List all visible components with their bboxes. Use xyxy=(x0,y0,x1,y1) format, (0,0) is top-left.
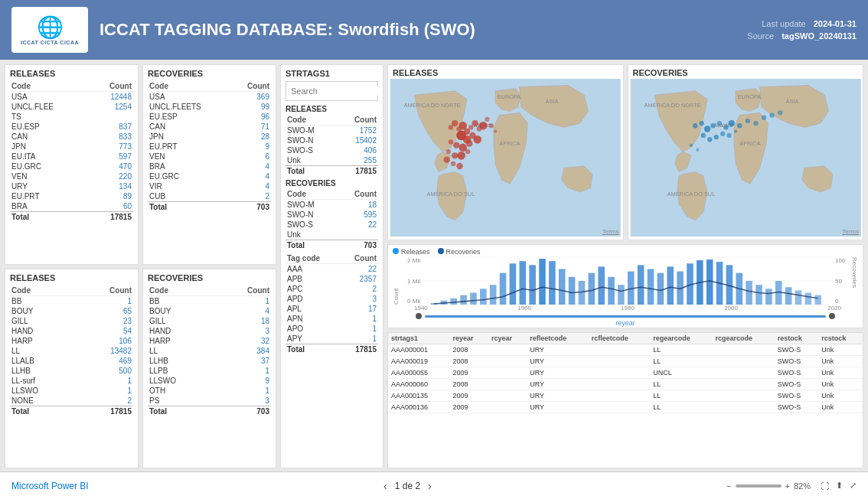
code-cell: SWO-N xyxy=(286,210,336,220)
code-cell: APC xyxy=(286,284,340,294)
code-cell: URY xyxy=(10,181,89,191)
zoom-minus-button[interactable]: − xyxy=(726,481,731,491)
svg-text:ÁSIA: ÁSIA xyxy=(546,98,559,105)
slider-container xyxy=(393,311,858,319)
code-cell: USA xyxy=(10,92,89,103)
count-cell: 469 xyxy=(77,356,133,366)
svg-point-44 xyxy=(710,123,715,128)
list-item: VEN220 xyxy=(10,171,133,181)
logo: 🌐 ICCAT CICTA CICAA xyxy=(11,7,88,53)
code-cell: APN xyxy=(286,314,340,324)
count-cell: 4 xyxy=(214,306,271,316)
svg-rect-72 xyxy=(500,273,507,305)
code-cell: LLALB xyxy=(10,356,77,366)
list-item: APY1 xyxy=(286,334,378,344)
count-cell: 32 xyxy=(214,336,271,346)
zoom-slider[interactable] xyxy=(736,484,782,488)
recoveries-map-terms[interactable]: Terms xyxy=(842,228,859,235)
zoom-level: 82% xyxy=(794,481,811,491)
svg-point-28 xyxy=(443,156,449,162)
list-item: CAN833 xyxy=(10,132,133,142)
releases-map-terms[interactable]: Terms xyxy=(602,228,619,235)
table-cell xyxy=(589,402,651,413)
count-cell: 22 xyxy=(340,264,378,275)
svg-point-57 xyxy=(720,132,724,136)
top-header: 🌐 ICCAT CICTA CICAA ICCAT TAGGING DATABA… xyxy=(0,0,868,60)
slider-right-handle[interactable] xyxy=(829,313,835,319)
table-cell xyxy=(589,344,651,356)
code-cell: NONE xyxy=(10,396,77,406)
code-cell: APD xyxy=(286,294,340,304)
list-item: USA369 xyxy=(148,92,271,103)
table-header-cell: strtags1 xyxy=(388,333,450,344)
code-cell: Unk xyxy=(286,230,336,240)
recoveries-panel-1: RECOVERIES Code Count USA369UNCL.FLEETS9… xyxy=(142,64,276,265)
svg-point-52 xyxy=(769,113,774,117)
powerbi-link[interactable]: Microsoft Power BI xyxy=(11,481,89,491)
code-cell: LL xyxy=(148,346,214,356)
list-item: BOUY65 xyxy=(10,306,133,316)
next-page-button[interactable]: › xyxy=(428,480,432,492)
list-item: VEN6 xyxy=(148,152,271,161)
prev-page-button[interactable]: ‹ xyxy=(383,480,387,492)
table-cell xyxy=(488,379,527,390)
count-cell: 1 xyxy=(340,324,378,334)
svg-point-26 xyxy=(457,152,465,160)
code-cell: SWO-M xyxy=(286,200,336,210)
svg-rect-84 xyxy=(618,285,625,305)
count-cell: 89 xyxy=(89,191,133,201)
table-cell xyxy=(488,356,527,367)
releases1-code-header: Code xyxy=(10,81,89,92)
list-item: APC2 xyxy=(286,284,378,294)
svg-point-33 xyxy=(494,130,497,133)
count-cell: 406 xyxy=(336,145,378,155)
count-cell: 54 xyxy=(77,326,133,336)
export-icon[interactable]: ⬆ xyxy=(836,481,843,491)
list-item: LLHB37 xyxy=(148,356,271,366)
list-item: Unk255 xyxy=(286,155,378,166)
strtags-releases-total-label: Total xyxy=(286,166,336,177)
zoom-plus-button[interactable]: + xyxy=(785,481,790,491)
table-cell: SWO-S xyxy=(775,402,819,413)
table-cell: Unk xyxy=(818,367,863,379)
count-cell: 18 xyxy=(336,200,378,210)
y-label-50: 50 xyxy=(835,278,850,285)
table-cell: Unk xyxy=(818,390,863,402)
svg-rect-81 xyxy=(589,273,596,305)
releases-panel-2: RELEASES Code Count BB1BOUY65GILL23HAND5… xyxy=(5,269,139,469)
list-item: EU.GRC4 xyxy=(148,171,271,181)
releases-map-title: RELEASES xyxy=(388,65,623,79)
code-cell: EU.GRC xyxy=(10,161,89,171)
svg-rect-79 xyxy=(569,277,576,305)
search-box[interactable]: 🔍 ✏ xyxy=(286,81,378,101)
releases2-count-header: Count xyxy=(77,285,133,296)
svg-point-32 xyxy=(489,123,494,128)
code-cell: APB xyxy=(286,274,340,284)
svg-point-30 xyxy=(456,163,462,169)
list-item: HAND3 xyxy=(148,326,271,336)
fullscreen-icon[interactable]: ⛶ xyxy=(821,481,829,491)
releases-map: RELEASES xyxy=(387,64,624,240)
logo-text: ICCAT CICTA CICAA xyxy=(21,40,79,45)
y-label-2mil: 2 Mil xyxy=(401,257,420,264)
code-cell: BRA xyxy=(10,201,89,212)
svg-rect-77 xyxy=(549,261,556,305)
zoom-controls: − + 82% ⛶ ⬆ ⤢ xyxy=(726,481,857,491)
code-cell: VIR xyxy=(148,181,232,191)
x-label-1980: 1980 xyxy=(621,305,635,311)
table-cell: SWO-S xyxy=(775,356,819,367)
svg-rect-104 xyxy=(814,295,821,305)
code-cell: EU.PRT xyxy=(148,142,232,152)
expand-icon[interactable]: ⤢ xyxy=(850,481,857,491)
list-item: UNCL.FLEETS99 xyxy=(148,102,271,112)
slider-left-handle[interactable] xyxy=(416,313,422,319)
table-cell: AAA000060 xyxy=(388,379,450,390)
svg-point-31 xyxy=(485,117,489,122)
y-label-1mil: 1 Mil xyxy=(401,278,420,285)
recoveries-legend-label: Recoveries xyxy=(446,248,481,256)
search-input[interactable] xyxy=(286,86,383,96)
code-cell: EU.GRC xyxy=(148,171,232,181)
range-slider[interactable] xyxy=(425,315,826,318)
code-cell: LL xyxy=(10,346,77,356)
table-cell: Unk xyxy=(818,402,863,413)
